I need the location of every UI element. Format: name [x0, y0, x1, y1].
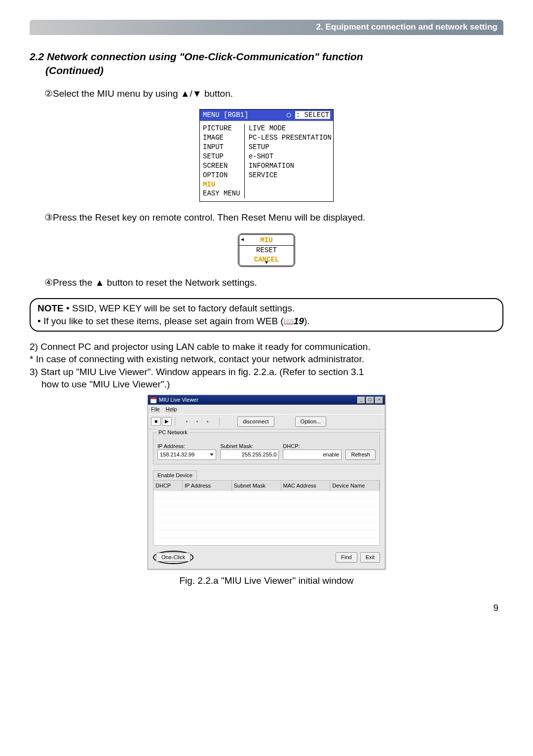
- osd-item-miu: MIU: [203, 180, 240, 189]
- col-ip[interactable]: IP Address: [183, 481, 232, 491]
- pc-network-panel: PC Network IP Address: 158.214.32.99 Sub…: [153, 432, 380, 465]
- osd-sub-livemode: LIVE MODE: [249, 124, 332, 133]
- ip-label: IP Address:: [157, 443, 216, 450]
- step-4-text: ④Press the ▲ button to reset the Network…: [44, 276, 503, 289]
- minimize-button[interactable]: _: [357, 397, 365, 404]
- option-button[interactable]: Option...: [295, 416, 327, 427]
- pc-network-legend: PC Network: [156, 429, 190, 436]
- disconnect-button[interactable]: disconnect: [237, 416, 274, 427]
- note-line2a: • If you like to set these items, please…: [38, 316, 284, 326]
- chevron-down-icon: [210, 454, 214, 456]
- toolbar: ■ ▶ disconnect Option...: [148, 415, 385, 429]
- toolbar-dots: [186, 421, 208, 422]
- window-title: MIU Live Viewer: [159, 396, 198, 404]
- osd-item-setup: SETUP: [203, 152, 240, 161]
- book-icon: 📖: [284, 317, 294, 326]
- maximize-button[interactable]: ▢: [366, 397, 374, 404]
- grid-header: DHCP IP Address Subnet Mask MAC Address …: [153, 481, 380, 491]
- osd-menu-title: MENU [RGB1] ◯ : SELECT: [200, 110, 333, 121]
- osd-sub-pcless: PC-LESS PRESENTATION: [249, 133, 332, 143]
- menu-help[interactable]: Help: [166, 406, 177, 413]
- paragraph-2: 2) Connect PC and projector using LAN ca…: [30, 340, 503, 353]
- one-click-highlight: One-Click: [153, 551, 193, 564]
- figure-caption: Fig. 2.2.a "MIU Live Viewer" initial win…: [30, 574, 503, 587]
- note-line2b: ).: [304, 316, 310, 326]
- paragraph-3a: 3) Start up "MIU Live Viewer". Window ap…: [30, 366, 503, 378]
- joystick-icon: ◯: [287, 111, 291, 119]
- one-click-button[interactable]: One-Click: [156, 553, 190, 562]
- reset-menu-miu: MIU: [239, 236, 294, 246]
- subnet-value-box: 255.255.255.0: [220, 450, 279, 460]
- titlebar: MIU Live Viewer _ ▢ ×: [148, 395, 385, 405]
- page-header: 2. Equipment connection and network sett…: [30, 20, 503, 35]
- enable-device-tab[interactable]: Enable Device: [153, 470, 197, 480]
- menubar: File Help: [148, 405, 385, 415]
- app-icon: [150, 397, 157, 404]
- osd-sub-setup: SETUP: [249, 143, 332, 152]
- dhcp-label: DHCP:: [283, 443, 342, 450]
- step-3-text: ③Press the Reset key on remote control. …: [44, 211, 503, 224]
- close-button[interactable]: ×: [375, 397, 383, 404]
- play-button[interactable]: ▶: [162, 417, 172, 426]
- note-label: NOTE: [38, 303, 64, 313]
- osd-sub-service: SERVICE: [249, 171, 332, 180]
- stop-button[interactable]: ■: [151, 417, 161, 426]
- note-ref: 19: [294, 316, 304, 326]
- subnet-label: Subnet Mask:: [220, 443, 279, 450]
- toolbar-separator-2: [219, 417, 220, 426]
- osd-sub-eshot: e-SHOT: [249, 152, 332, 161]
- exit-button[interactable]: Exit: [360, 552, 380, 563]
- osd-item-input: INPUT: [203, 143, 240, 152]
- menu-file[interactable]: File: [151, 406, 160, 413]
- col-device[interactable]: Device Name: [330, 481, 380, 491]
- ip-value: 158.214.32.99: [160, 451, 194, 458]
- miu-live-viewer-window: MIU Live Viewer _ ▢ × File Help ■ ▶ disc…: [148, 395, 385, 569]
- section-title: 2.2 Network connection using "One-Click-…: [30, 50, 503, 78]
- osd-menu-title-right: ◯ : SELECT: [287, 111, 330, 120]
- osd-item-picture: PICTURE: [203, 124, 240, 133]
- svg-rect-1: [151, 397, 156, 399]
- osd-item-screen: SCREEN: [203, 161, 240, 171]
- section-title-line2: (Continued): [45, 64, 503, 77]
- bottom-bar: One-Click Find Exit: [148, 548, 385, 569]
- col-subnet[interactable]: Subnet Mask: [232, 481, 281, 491]
- osd-menu: MENU [RGB1] ◯ : SELECT PICTURE IMAGE INP…: [199, 109, 334, 202]
- reset-menu: ◀ MIU RESET CANCEL ▼: [238, 233, 295, 267]
- device-grid: DHCP IP Address Subnet Mask MAC Address …: [153, 480, 380, 546]
- paragraph-3b: how to use "MIU Live Viewer".): [41, 378, 503, 391]
- page-number: 9: [30, 602, 503, 614]
- step-2-text: ②Select the MIU menu by using ▲/▼ button…: [44, 87, 503, 100]
- subnet-value: 255.255.255.0: [242, 451, 276, 458]
- col-mac[interactable]: MAC Address: [281, 481, 331, 491]
- osd-item-option: OPTION: [203, 171, 240, 180]
- osd-item-easymenu: EASY MENU: [203, 189, 240, 198]
- ip-select[interactable]: 158.214.32.99: [157, 450, 216, 460]
- osd-sub-info: INFORMATION: [249, 161, 332, 171]
- arrow-left-icon: ◀: [241, 236, 244, 243]
- toolbar-separator: [175, 417, 175, 426]
- osd-menu-title-left: MENU [RGB1]: [203, 111, 248, 120]
- find-button[interactable]: Find: [336, 552, 357, 563]
- dhcp-value: enable: [323, 451, 339, 458]
- col-dhcp[interactable]: DHCP: [153, 481, 183, 491]
- paragraph-2-star: * In case of connecting with existing ne…: [30, 353, 503, 366]
- note-line1: • SSID, WEP KEY will be set to factory d…: [64, 303, 295, 313]
- section-title-line1: 2.2 Network connection using "One-Click-…: [30, 51, 363, 62]
- grid-body[interactable]: [153, 491, 380, 545]
- osd-item-image: IMAGE: [203, 133, 240, 143]
- dhcp-value-box: enable: [283, 450, 342, 460]
- arrow-down-icon: ▼: [265, 260, 268, 266]
- osd-menu-left-col: PICTURE IMAGE INPUT SETUP SCREEN OPTION …: [203, 124, 245, 198]
- refresh-button[interactable]: Refresh: [345, 450, 376, 460]
- note-box: NOTE • SSID, WEP KEY will be set to fact…: [30, 298, 503, 331]
- osd-menu-right-col: LIVE MODE PC-LESS PRESENTATION SETUP e-S…: [249, 124, 332, 198]
- reset-menu-reset: RESET: [239, 246, 294, 255]
